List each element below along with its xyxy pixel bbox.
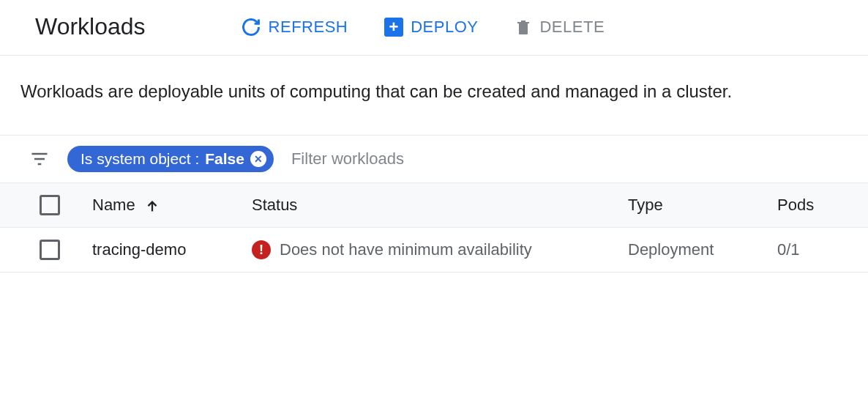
filter-chip-key: Is system object : xyxy=(81,150,199,168)
column-status[interactable]: Status xyxy=(252,196,628,215)
sort-ascending-icon xyxy=(144,199,160,215)
workloads-table: Name Status Type Pods tracing-demo ! Doe… xyxy=(0,182,868,273)
trash-icon xyxy=(515,18,532,37)
column-pods[interactable]: Pods xyxy=(777,196,868,215)
column-name[interactable]: Name xyxy=(92,196,252,215)
refresh-icon xyxy=(241,17,261,37)
refresh-label: REFRESH xyxy=(269,18,348,37)
deploy-button[interactable]: + DEPLOY xyxy=(384,18,478,37)
workload-type: Deployment xyxy=(628,240,777,259)
select-all-checkbox[interactable] xyxy=(40,195,60,215)
plus-icon: + xyxy=(384,18,403,37)
status-text: Does not have minimum availability xyxy=(280,240,532,259)
close-icon[interactable]: ✕ xyxy=(250,151,266,167)
table-header: Name Status Type Pods xyxy=(0,182,868,228)
filter-icon[interactable] xyxy=(29,149,50,169)
error-icon: ! xyxy=(252,240,271,259)
column-type[interactable]: Type xyxy=(628,196,777,215)
workload-name[interactable]: tracing-demo xyxy=(92,240,252,259)
filter-chip-value: False xyxy=(205,150,244,168)
filter-input[interactable] xyxy=(291,149,848,168)
row-checkbox[interactable] xyxy=(40,240,60,260)
delete-button[interactable]: DELETE xyxy=(515,18,605,37)
deploy-label: DEPLOY xyxy=(411,18,478,37)
refresh-button[interactable]: REFRESH xyxy=(241,17,348,37)
filter-bar: Is system object : False ✕ xyxy=(0,136,868,182)
table-row[interactable]: tracing-demo ! Does not have minimum ava… xyxy=(0,228,868,273)
workload-pods: 0/1 xyxy=(777,240,868,259)
filter-chip[interactable]: Is system object : False ✕ xyxy=(67,146,274,172)
delete-label: DELETE xyxy=(539,18,605,37)
page-title: Workloads xyxy=(35,13,146,40)
column-name-label: Name xyxy=(92,196,135,214)
page-description: Workloads are deployable units of comput… xyxy=(0,56,868,136)
